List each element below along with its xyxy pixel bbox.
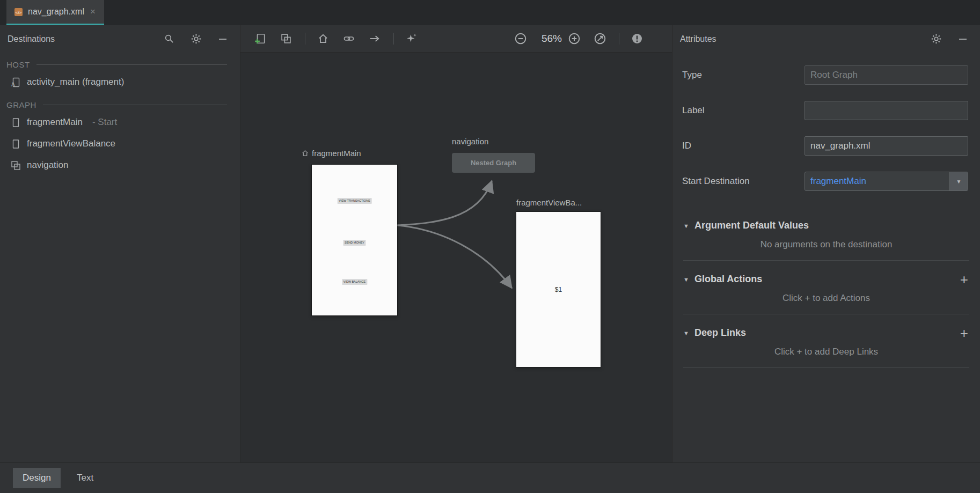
- nav-graph-canvas[interactable]: fragmentMain VIEW TRANSACTIONS SEND MONE…: [240, 53, 672, 462]
- preview-button: VIEW BALANCE: [342, 279, 367, 285]
- zoom-in-button[interactable]: [567, 32, 581, 46]
- warning-icon: [631, 33, 643, 45]
- toolbar-divider: [305, 33, 305, 45]
- search-icon: [164, 34, 174, 44]
- divider: [683, 314, 969, 314]
- type-label: Type: [682, 70, 805, 80]
- fragment-icon: [11, 117, 21, 128]
- design-surface: 56%: [240, 25, 672, 462]
- action-to-nested-graph: [398, 181, 492, 225]
- chevron-down-icon: ▼: [956, 179, 962, 185]
- close-icon[interactable]: ×: [89, 6, 97, 17]
- zoom-out-icon: [514, 32, 527, 45]
- deep-link-button[interactable]: [342, 32, 356, 46]
- tree-item-label: navigation: [27, 160, 69, 171]
- zoom-to-fit-button[interactable]: [593, 32, 607, 46]
- tree-item-activity-main[interactable]: A activity_main (fragment): [0, 71, 240, 93]
- zoom-level: 56%: [542, 33, 562, 45]
- fragment-icon: [11, 139, 21, 149]
- tree-item-label: fragmentMain: [27, 117, 83, 128]
- editor-mode-bar: Design Text: [0, 462, 980, 493]
- node-label-fragment-view-balance[interactable]: fragmentViewBa...: [516, 198, 582, 207]
- hide-panel-button[interactable]: [217, 34, 228, 45]
- zoom-out-button[interactable]: [514, 32, 528, 46]
- toolbar-divider: [619, 33, 619, 45]
- collapse-icon[interactable]: ▼: [683, 223, 689, 229]
- attr-row-start-destination: Start Destination fragmentMain ▼: [682, 172, 968, 191]
- id-field[interactable]: [805, 136, 968, 156]
- dropdown-button[interactable]: ▼: [949, 172, 968, 190]
- collapse-icon[interactable]: ▼: [683, 276, 689, 283]
- tree-item-navigation[interactable]: navigation: [0, 154, 240, 176]
- warnings-button[interactable]: [630, 32, 644, 46]
- start-destination-label: Start Destination: [682, 176, 805, 187]
- add-action-button[interactable]: [368, 32, 382, 46]
- panel-settings-button[interactable]: [191, 34, 201, 45]
- hide-panel-button[interactable]: [957, 34, 968, 45]
- node-fragment-main[interactable]: VIEW TRANSACTIONS SEND MONEY VIEW BALANC…: [312, 165, 397, 315]
- collapse-icon[interactable]: ▼: [683, 330, 689, 336]
- start-suffix: - Start: [92, 117, 117, 128]
- canvas-toolbar: 56%: [240, 25, 672, 53]
- action-arrow-icon: [369, 33, 380, 44]
- node-label-fragment-main[interactable]: fragmentMain: [302, 149, 361, 158]
- destinations-title: Destinations: [8, 34, 55, 44]
- id-label: ID: [682, 141, 805, 151]
- tab-text[interactable]: Text: [67, 468, 103, 488]
- tree-item-label: activity_main (fragment): [27, 77, 124, 87]
- tree-item-fragment-view-balance[interactable]: fragmentViewBalance: [0, 133, 240, 154]
- type-field: [805, 65, 968, 85]
- auto-arrange-button[interactable]: [405, 32, 419, 46]
- main-area: Destinations: [0, 25, 980, 462]
- zoom-to-fit-icon: [594, 32, 606, 45]
- divider: [683, 260, 969, 261]
- divider: [683, 367, 969, 368]
- destinations-panel: Destinations: [0, 25, 240, 462]
- tab-design[interactable]: Design: [13, 468, 61, 488]
- zoom-in-icon: [568, 32, 581, 45]
- host-section-label: HOST: [0, 60, 240, 69]
- action-to-fragment-view-balance: [398, 225, 511, 288]
- start-destination-value: fragmentMain: [805, 172, 949, 190]
- nested-graph-icon: [11, 160, 21, 171]
- link-icon: [343, 33, 354, 44]
- attributes-settings-button[interactable]: [931, 34, 941, 45]
- svg-text:</>: </>: [16, 10, 22, 15]
- new-destination-button[interactable]: [253, 32, 267, 46]
- start-destination-dropdown[interactable]: fragmentMain ▼: [805, 172, 968, 191]
- tab-title: nav_graph.xml: [28, 7, 84, 17]
- graph-section-label: GRAPH: [0, 100, 240, 109]
- preview-text: $1: [555, 286, 562, 293]
- preview-button: SEND MONEY: [343, 240, 366, 246]
- new-nested-graph-button[interactable]: [279, 32, 293, 46]
- global-actions-hint: Click + to add Actions: [672, 293, 980, 304]
- divider: [36, 64, 227, 65]
- gear-icon: [191, 34, 201, 44]
- label-label: Label: [682, 105, 805, 116]
- node-label-navigation[interactable]: navigation: [452, 137, 488, 146]
- xml-file-icon: </>: [14, 8, 23, 17]
- add-global-action-button[interactable]: +: [960, 274, 968, 285]
- nested-graph-icon: [281, 33, 291, 44]
- action-arrows[interactable]: [240, 53, 671, 462]
- section-deep-links[interactable]: ▼ Deep Links +: [683, 327, 968, 339]
- divider: [43, 105, 227, 105]
- section-argument-defaults[interactable]: ▼ Argument Default Values: [683, 220, 968, 231]
- deep-links-hint: Click + to add Deep Links: [672, 347, 980, 357]
- attr-row-label: Label: [682, 101, 968, 120]
- tree-item-fragment-main[interactable]: fragmentMain - Start: [0, 112, 240, 133]
- label-field[interactable]: [805, 101, 968, 120]
- home-icon: [318, 33, 328, 44]
- editor-tabstrip: </> nav_graph.xml ×: [0, 0, 980, 25]
- add-deep-link-button[interactable]: +: [960, 328, 968, 339]
- tab-nav-graph-xml[interactable]: </> nav_graph.xml ×: [6, 0, 104, 25]
- argument-defaults-hint: No arguments on the destination: [672, 239, 980, 250]
- search-button[interactable]: [164, 34, 174, 45]
- attributes-title: Attributes: [680, 34, 716, 44]
- assign-start-button[interactable]: [316, 32, 330, 46]
- node-nested-graph[interactable]: Nested Graph: [452, 153, 535, 173]
- preview-button: VIEW TRANSACTIONS: [337, 198, 372, 204]
- activity-icon: A: [11, 77, 21, 87]
- node-fragment-view-balance[interactable]: $1: [516, 212, 601, 367]
- section-global-actions[interactable]: ▼ Global Actions +: [683, 274, 968, 285]
